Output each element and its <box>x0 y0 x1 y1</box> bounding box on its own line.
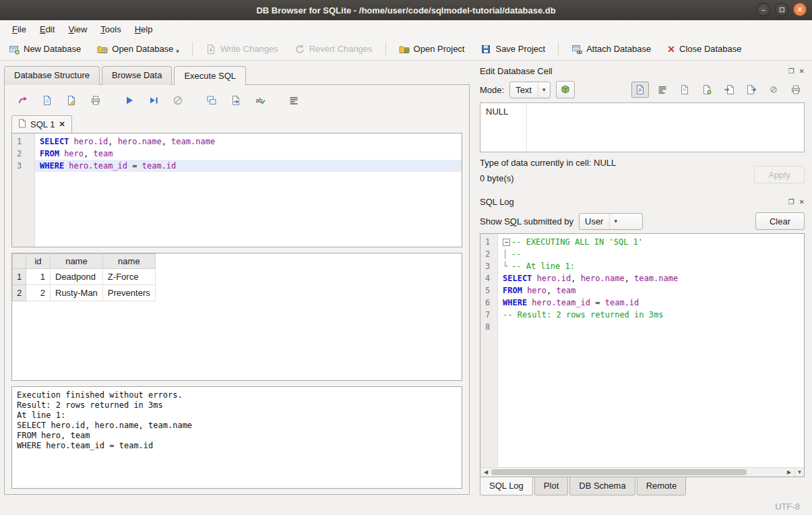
main-toolbar: New Database Open Database ▾ Write Chang… <box>0 38 812 61</box>
sql-editor[interactable]: 123 SELECT hero.id, hero.name, team.name… <box>11 133 462 247</box>
write-changes-button[interactable]: Write Changes <box>202 42 282 57</box>
execute-line-button[interactable] <box>145 92 162 109</box>
new-database-icon <box>9 44 20 55</box>
log-code: −-- EXECUTING ALL IN 'SQL 1'│--└-- At li… <box>498 234 804 477</box>
menu-view[interactable]: View <box>61 22 94 37</box>
import-text-button[interactable] <box>720 82 738 98</box>
tab-database-structure[interactable]: Database Structure <box>4 66 100 85</box>
sql-log-view[interactable]: 12345678 −-- EXECUTING ALL IN 'SQL 1'│--… <box>480 233 805 477</box>
menu-tools[interactable]: Tools <box>94 22 127 37</box>
stop-button[interactable] <box>169 92 187 109</box>
column-header-id[interactable]: id <box>26 254 51 269</box>
open-sql-file-button[interactable] <box>14 92 32 109</box>
toolbar-separator <box>385 42 386 57</box>
execution-message[interactable]: Execution finished without errors. Resul… <box>11 386 462 489</box>
revert-changes-icon <box>294 44 305 55</box>
revert-changes-label: Revert Changes <box>309 44 373 54</box>
close-database-button[interactable]: ✕ Close Database <box>664 42 745 56</box>
cube-icon <box>560 84 571 95</box>
scrollbar-thumb[interactable] <box>491 469 747 475</box>
app-window: DB Browser for SQLite - /home/user/code/… <box>0 0 812 515</box>
open-database-icon <box>97 44 108 55</box>
open-file-button[interactable] <box>676 82 693 98</box>
attach-database-button[interactable]: Attach Database <box>568 42 654 57</box>
scroll-left-icon[interactable]: ◀ <box>482 469 490 475</box>
float-panel-icon[interactable]: ❐ <box>788 67 794 75</box>
right-dock-column: Edit Database Cell ❐ ✕ Mode: Text ▾ <box>478 61 812 497</box>
horizontal-scrollbar[interactable]: ◀ ▶ <box>480 467 794 477</box>
sql-document-tab[interactable]: SQL 1 ✕ <box>11 115 72 133</box>
maximize-button[interactable] <box>775 3 788 16</box>
close-panel-icon[interactable]: ✕ <box>799 198 805 206</box>
close-panel-icon[interactable]: ✕ <box>799 67 805 75</box>
close-database-icon: ✕ <box>667 44 675 54</box>
attach-database-icon <box>571 44 582 55</box>
wrap-lines-button[interactable] <box>654 82 671 98</box>
table-cell[interactable]: Z-Force <box>102 269 155 285</box>
log-filter-value: User <box>585 216 603 226</box>
tab-execute-sql[interactable]: Execute SQL <box>174 66 246 85</box>
export-results-button[interactable] <box>227 92 245 109</box>
editor-code: SELECT hero.id, hero.name, team.nameFROM… <box>35 133 462 247</box>
tab-plot[interactable]: Plot <box>534 477 568 495</box>
clear-button[interactable]: Clear <box>755 212 805 230</box>
scroll-right-icon[interactable]: ▶ <box>785 469 793 475</box>
mode-combobox[interactable]: Text ▾ <box>509 82 550 98</box>
log-filter-label: Show SQL submitted by <box>480 216 573 226</box>
new-database-button[interactable]: New Database <box>5 42 84 57</box>
table-cell[interactable]: Rusty-Man <box>51 285 103 301</box>
menu-edit[interactable]: Edit <box>33 22 61 37</box>
minimize-button[interactable]: – <box>757 3 770 16</box>
close-button[interactable]: ✕ <box>793 3 807 16</box>
tab-browse-data[interactable]: Browse Data <box>102 66 172 85</box>
column-header-name[interactable]: name <box>51 254 103 269</box>
save-sql-file-button[interactable] <box>38 92 56 109</box>
print-sql-button[interactable] <box>87 92 104 109</box>
float-panel-icon[interactable]: ❐ <box>788 198 794 206</box>
open-project-button[interactable]: Open Project <box>396 42 468 57</box>
menu-help[interactable]: Help <box>128 22 160 37</box>
tab-remote[interactable]: Remote <box>637 477 687 495</box>
close-tab-icon[interactable]: ✕ <box>59 120 65 129</box>
status-bar: UTF-8 <box>0 497 812 515</box>
log-filter-combobox[interactable]: User ▾ <box>579 213 643 230</box>
text-mode-icon <box>635 84 646 95</box>
table-cell[interactable]: Preventers <box>102 285 155 301</box>
new-database-label: New Database <box>24 44 81 54</box>
cell-editor-margin <box>526 103 527 152</box>
save-sql-as-button[interactable] <box>63 92 80 109</box>
cell-editor[interactable]: NULL <box>480 102 805 152</box>
menu-file[interactable]: File <box>5 22 33 37</box>
open-in-new-tab-button[interactable] <box>203 92 220 109</box>
save-project-button[interactable]: Save Project <box>477 42 549 57</box>
column-header-name[interactable]: name <box>102 254 155 269</box>
print-icon <box>790 84 801 95</box>
print-cell-button[interactable] <box>787 82 805 98</box>
auto-completion-button[interactable]: ab <box>251 92 269 109</box>
tab-db-schema[interactable]: DB Schema <box>569 477 635 495</box>
save-file-button[interactable] <box>698 82 716 98</box>
titlebar[interactable]: DB Browser for SQLite - /home/user/code/… <box>0 0 812 20</box>
save-file-icon <box>701 84 712 95</box>
auto-completion-icon: ab <box>255 95 266 106</box>
table-cell[interactable]: 1 <box>26 269 51 285</box>
text-mode-button[interactable] <box>631 82 649 98</box>
close-icon: ✕ <box>797 5 803 14</box>
word-wrap-button[interactable] <box>285 92 303 109</box>
export-text-icon <box>746 84 757 95</box>
execute-all-button[interactable] <box>121 92 138 109</box>
left-panel-column: Database Structure Browse Data Execute S… <box>0 61 475 497</box>
table-cell[interactable]: 2 <box>26 285 51 301</box>
table-cell[interactable]: Deadpond <box>51 269 103 285</box>
apply-button[interactable]: Apply <box>754 166 805 183</box>
export-text-button[interactable] <box>743 82 760 98</box>
sql-file-icon <box>18 119 26 130</box>
revert-changes-button[interactable]: Revert Changes <box>291 42 376 57</box>
cell-value: NULL <box>480 103 804 120</box>
scroll-down-icon[interactable]: ▼ <box>794 467 804 477</box>
open-project-icon <box>399 44 410 55</box>
auto-format-button[interactable] <box>556 81 575 98</box>
open-database-button[interactable]: Open Database ▾ <box>94 42 183 57</box>
tab-sql-log[interactable]: SQL Log <box>480 477 533 495</box>
set-null-button[interactable] <box>765 82 782 98</box>
